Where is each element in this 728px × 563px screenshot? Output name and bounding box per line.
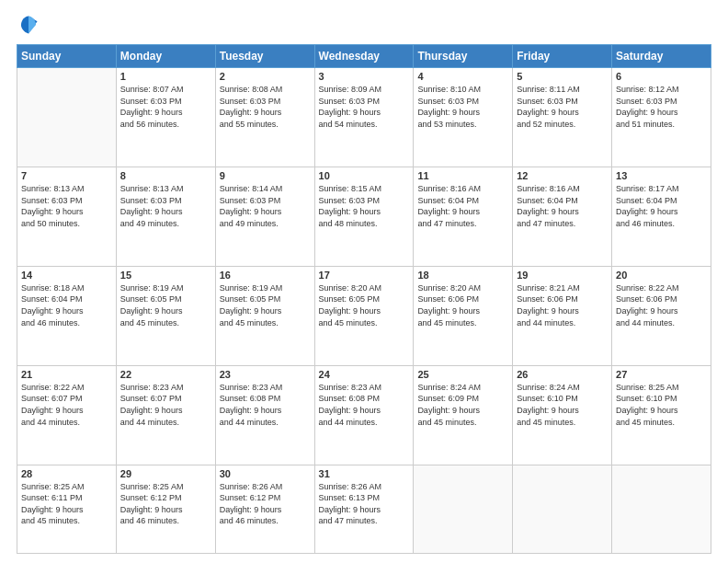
day-info: Sunrise: 8:15 AMSunset: 6:03 PMDaylight:… xyxy=(319,183,410,229)
calendar-day-cell: 20Sunrise: 8:22 AMSunset: 6:06 PMDayligh… xyxy=(612,266,711,365)
day-number: 28 xyxy=(21,468,112,479)
calendar-day-cell: 23Sunrise: 8:23 AMSunset: 6:08 PMDayligh… xyxy=(215,365,314,465)
calendar-day-cell: 18Sunrise: 8:20 AMSunset: 6:06 PMDayligh… xyxy=(414,266,513,365)
calendar-header-cell: Thursday xyxy=(414,45,513,68)
calendar-day-cell: 25Sunrise: 8:24 AMSunset: 6:09 PMDayligh… xyxy=(414,365,513,465)
calendar-day-cell: 12Sunrise: 8:16 AMSunset: 6:04 PMDayligh… xyxy=(513,167,612,266)
calendar-day-cell: 17Sunrise: 8:20 AMSunset: 6:05 PMDayligh… xyxy=(314,266,414,365)
day-info: Sunrise: 8:26 AMSunset: 6:12 PMDaylight:… xyxy=(220,481,311,527)
calendar-day-cell: 6Sunrise: 8:12 AMSunset: 6:03 PMDaylight… xyxy=(612,68,711,167)
calendar-day-cell xyxy=(414,465,513,553)
day-number: 6 xyxy=(616,71,707,82)
day-info: Sunrise: 8:17 AMSunset: 6:04 PMDaylight:… xyxy=(616,183,707,229)
calendar-day-cell: 22Sunrise: 8:23 AMSunset: 6:07 PMDayligh… xyxy=(116,365,215,465)
calendar-header-cell: Wednesday xyxy=(314,45,414,68)
calendar-day-cell: 2Sunrise: 8:08 AMSunset: 6:03 PMDaylight… xyxy=(215,68,314,167)
day-info: Sunrise: 8:21 AMSunset: 6:06 PMDaylight:… xyxy=(517,282,608,328)
calendar-week-row: 14Sunrise: 8:18 AMSunset: 6:04 PMDayligh… xyxy=(17,266,711,365)
day-number: 22 xyxy=(120,369,211,380)
logo xyxy=(17,15,39,37)
calendar-day-cell: 30Sunrise: 8:26 AMSunset: 6:12 PMDayligh… xyxy=(215,465,314,553)
day-number: 4 xyxy=(417,71,508,82)
day-info: Sunrise: 8:23 AMSunset: 6:08 PMDaylight:… xyxy=(220,382,311,428)
day-info: Sunrise: 8:25 AMSunset: 6:12 PMDaylight:… xyxy=(120,481,211,527)
calendar-header-cell: Saturday xyxy=(612,45,711,68)
calendar-day-cell: 7Sunrise: 8:13 AMSunset: 6:03 PMDaylight… xyxy=(17,167,117,266)
calendar-day-cell xyxy=(17,68,117,167)
day-number: 16 xyxy=(220,270,311,281)
calendar-day-cell: 1Sunrise: 8:07 AMSunset: 6:03 PMDaylight… xyxy=(116,68,215,167)
calendar-day-cell: 9Sunrise: 8:14 AMSunset: 6:03 PMDaylight… xyxy=(215,167,314,266)
calendar-day-cell: 26Sunrise: 8:24 AMSunset: 6:10 PMDayligh… xyxy=(513,365,612,465)
calendar-day-cell xyxy=(612,465,711,553)
day-info: Sunrise: 8:14 AMSunset: 6:03 PMDaylight:… xyxy=(220,183,311,229)
day-number: 23 xyxy=(220,369,311,380)
day-info: Sunrise: 8:20 AMSunset: 6:05 PMDaylight:… xyxy=(319,282,410,328)
day-info: Sunrise: 8:13 AMSunset: 6:03 PMDaylight:… xyxy=(120,183,211,229)
day-number: 17 xyxy=(319,270,410,281)
day-info: Sunrise: 8:12 AMSunset: 6:03 PMDaylight:… xyxy=(616,84,707,130)
day-number: 19 xyxy=(517,270,608,281)
day-number: 20 xyxy=(616,270,707,281)
day-info: Sunrise: 8:19 AMSunset: 6:05 PMDaylight:… xyxy=(120,282,211,328)
day-number: 3 xyxy=(319,71,410,82)
calendar-header-cell: Tuesday xyxy=(215,45,314,68)
calendar-day-cell: 15Sunrise: 8:19 AMSunset: 6:05 PMDayligh… xyxy=(116,266,215,365)
day-info: Sunrise: 8:16 AMSunset: 6:04 PMDaylight:… xyxy=(417,183,508,229)
calendar-day-cell: 3Sunrise: 8:09 AMSunset: 6:03 PMDaylight… xyxy=(314,68,414,167)
calendar-day-cell: 13Sunrise: 8:17 AMSunset: 6:04 PMDayligh… xyxy=(612,167,711,266)
day-number: 9 xyxy=(220,170,311,181)
day-info: Sunrise: 8:20 AMSunset: 6:06 PMDaylight:… xyxy=(417,282,508,328)
day-info: Sunrise: 8:23 AMSunset: 6:07 PMDaylight:… xyxy=(120,382,211,428)
day-info: Sunrise: 8:18 AMSunset: 6:04 PMDaylight:… xyxy=(21,282,112,328)
day-info: Sunrise: 8:07 AMSunset: 6:03 PMDaylight:… xyxy=(120,84,211,130)
calendar-day-cell: 8Sunrise: 8:13 AMSunset: 6:03 PMDaylight… xyxy=(116,167,215,266)
calendar-day-cell: 14Sunrise: 8:18 AMSunset: 6:04 PMDayligh… xyxy=(17,266,117,365)
day-number: 21 xyxy=(21,369,112,380)
day-number: 15 xyxy=(120,270,211,281)
day-number: 2 xyxy=(220,71,311,82)
calendar-day-cell xyxy=(513,465,612,553)
calendar-day-cell: 4Sunrise: 8:10 AMSunset: 6:03 PMDaylight… xyxy=(414,68,513,167)
day-info: Sunrise: 8:24 AMSunset: 6:09 PMDaylight:… xyxy=(417,382,508,428)
day-info: Sunrise: 8:23 AMSunset: 6:08 PMDaylight:… xyxy=(319,382,410,428)
day-number: 5 xyxy=(517,71,608,82)
calendar-header-cell: Monday xyxy=(116,45,215,68)
day-number: 11 xyxy=(417,170,508,181)
day-info: Sunrise: 8:25 AMSunset: 6:11 PMDaylight:… xyxy=(21,481,112,527)
day-number: 24 xyxy=(319,369,410,380)
day-info: Sunrise: 8:16 AMSunset: 6:04 PMDaylight:… xyxy=(517,183,608,229)
calendar-day-cell: 29Sunrise: 8:25 AMSunset: 6:12 PMDayligh… xyxy=(116,465,215,553)
day-info: Sunrise: 8:10 AMSunset: 6:03 PMDaylight:… xyxy=(417,84,508,130)
day-info: Sunrise: 8:24 AMSunset: 6:10 PMDaylight:… xyxy=(517,382,608,428)
calendar-week-row: 7Sunrise: 8:13 AMSunset: 6:03 PMDaylight… xyxy=(17,167,711,266)
calendar-day-cell: 10Sunrise: 8:15 AMSunset: 6:03 PMDayligh… xyxy=(314,167,414,266)
day-info: Sunrise: 8:26 AMSunset: 6:13 PMDaylight:… xyxy=(319,481,410,527)
day-number: 29 xyxy=(120,468,211,479)
calendar-table: SundayMondayTuesdayWednesdayThursdayFrid… xyxy=(17,44,711,554)
logo-text xyxy=(17,15,39,37)
calendar-day-cell: 5Sunrise: 8:11 AMSunset: 6:03 PMDaylight… xyxy=(513,68,612,167)
page: SundayMondayTuesdayWednesdayThursdayFrid… xyxy=(0,0,728,563)
day-number: 7 xyxy=(21,170,112,181)
day-number: 26 xyxy=(517,369,608,380)
calendar-day-cell: 11Sunrise: 8:16 AMSunset: 6:04 PMDayligh… xyxy=(414,167,513,266)
calendar-week-row: 28Sunrise: 8:25 AMSunset: 6:11 PMDayligh… xyxy=(17,465,711,553)
day-number: 10 xyxy=(319,170,410,181)
day-info: Sunrise: 8:22 AMSunset: 6:07 PMDaylight:… xyxy=(21,382,112,428)
calendar-week-row: 21Sunrise: 8:22 AMSunset: 6:07 PMDayligh… xyxy=(17,365,711,465)
calendar-day-cell: 31Sunrise: 8:26 AMSunset: 6:13 PMDayligh… xyxy=(314,465,414,553)
day-info: Sunrise: 8:13 AMSunset: 6:03 PMDaylight:… xyxy=(21,183,112,229)
day-number: 8 xyxy=(120,170,211,181)
day-info: Sunrise: 8:08 AMSunset: 6:03 PMDaylight:… xyxy=(220,84,311,130)
day-number: 30 xyxy=(220,468,311,479)
calendar-day-cell: 21Sunrise: 8:22 AMSunset: 6:07 PMDayligh… xyxy=(17,365,117,465)
calendar-day-cell: 19Sunrise: 8:21 AMSunset: 6:06 PMDayligh… xyxy=(513,266,612,365)
day-info: Sunrise: 8:19 AMSunset: 6:05 PMDaylight:… xyxy=(220,282,311,328)
calendar-header-row: SundayMondayTuesdayWednesdayThursdayFrid… xyxy=(17,45,711,68)
calendar-week-row: 1Sunrise: 8:07 AMSunset: 6:03 PMDaylight… xyxy=(17,68,711,167)
calendar-day-cell: 28Sunrise: 8:25 AMSunset: 6:11 PMDayligh… xyxy=(17,465,117,553)
calendar-header-cell: Friday xyxy=(513,45,612,68)
day-info: Sunrise: 8:22 AMSunset: 6:06 PMDaylight:… xyxy=(616,282,707,328)
day-number: 25 xyxy=(417,369,508,380)
